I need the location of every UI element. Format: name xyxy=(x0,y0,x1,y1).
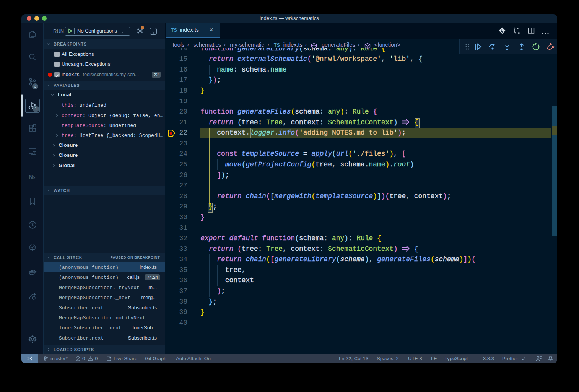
svg-text:N: N xyxy=(29,173,33,180)
svg-text:≥: ≥ xyxy=(33,175,35,180)
